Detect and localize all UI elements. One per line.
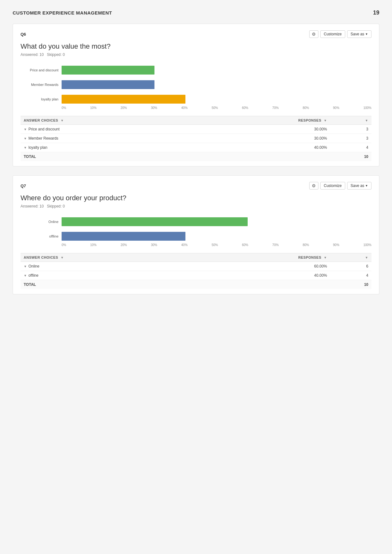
bar-fill — [62, 80, 154, 89]
question-meta-q6: Answered: 10 Skipped: 0 — [21, 52, 371, 57]
x-axis-label: 60% — [242, 106, 248, 110]
response-cell: 30.00% — [197, 125, 330, 134]
x-axis-label: 70% — [272, 106, 279, 110]
x-axis-label: 100% — [363, 106, 371, 110]
x-axis-label: 60% — [242, 243, 248, 247]
settings-icon-q6[interactable]: ⚙ — [309, 30, 318, 38]
answer-table-q7: ANSWER CHOICES ▼ RESPONSES ▼ ▼ ▼Online60… — [21, 253, 371, 289]
sort-icon-count-q7[interactable]: ▼ — [365, 256, 368, 259]
bar-label: Online — [24, 220, 62, 224]
x-axis-label: 80% — [303, 106, 309, 110]
question-card-q6: Q6 ⚙ Customize Save as ▼ What do you val… — [13, 24, 379, 166]
answer-cell: ▼loyalty plan — [21, 143, 197, 152]
answer-table-q6: ANSWER CHOICES ▼ RESPONSES ▼ ▼ ▼Price an… — [21, 116, 371, 161]
bar-row: loyalty plan — [24, 95, 371, 104]
response-cell: 30.00% — [197, 134, 330, 143]
total-count: 10 — [330, 152, 371, 161]
total-count: 10 — [330, 280, 371, 289]
row-arrow-icon: ▼ — [24, 146, 27, 149]
x-axis-label: 40% — [181, 106, 188, 110]
col-responses-q7: RESPONSES ▼ — [197, 253, 330, 262]
bar-chart-q7: Onlineoffline — [21, 217, 371, 241]
x-axis-label: 30% — [151, 243, 157, 247]
bar-chart-q6: Price and discountMember Rewardsloyalty … — [21, 66, 371, 104]
chevron-down-icon: ▼ — [365, 33, 368, 36]
x-axis-label: 20% — [121, 106, 127, 110]
answer-cell: ▼Price and discount — [21, 125, 197, 134]
bar-track — [62, 66, 371, 75]
count-cell: 4 — [330, 143, 371, 152]
row-arrow-icon: ▼ — [24, 128, 27, 131]
response-cell: 60.00% — [197, 262, 330, 271]
response-cell: 40.00% — [197, 271, 330, 280]
x-axis-label: 20% — [121, 243, 127, 247]
bar-fill — [62, 66, 154, 75]
table-row: ▼offline40.00%4 — [21, 271, 371, 280]
sort-icon-count-q6[interactable]: ▼ — [365, 119, 368, 122]
bar-fill — [62, 232, 185, 241]
total-label: TOTAL — [21, 152, 197, 161]
total-label: TOTAL — [21, 280, 197, 289]
x-axis-label: 50% — [212, 106, 218, 110]
x-axis-label: 10% — [90, 106, 97, 110]
bar-row: offline — [24, 232, 371, 241]
count-cell: 3 — [330, 134, 371, 143]
x-axis-label: 70% — [272, 243, 279, 247]
x-axis-q6: 0%10%20%30%40%50%60%70%80%90%100% — [21, 106, 371, 110]
bar-row: Price and discount — [24, 66, 371, 75]
bar-label: Price and discount — [24, 68, 62, 72]
bar-track — [62, 80, 371, 89]
x-axis-label: 90% — [333, 243, 339, 247]
x-axis-label: 30% — [151, 106, 157, 110]
save-button-q7[interactable]: Save as ▼ — [347, 182, 371, 190]
total-row: TOTAL10 — [21, 280, 371, 289]
table-row: ▼Online60.00%6 — [21, 262, 371, 271]
bar-fill — [62, 217, 248, 226]
total-row: TOTAL10 — [21, 152, 371, 161]
row-arrow-icon: ▼ — [24, 274, 27, 277]
customize-button-q6[interactable]: Customize — [320, 30, 345, 38]
bar-track — [62, 217, 371, 226]
question-text-q7: Where do you order your product? — [21, 194, 371, 202]
x-axis-label: 0% — [62, 243, 66, 247]
row-arrow-icon: ▼ — [24, 137, 27, 140]
bar-track — [62, 95, 371, 104]
chart-q6: Price and discountMember Rewardsloyalty … — [21, 63, 371, 113]
x-axis-label: 90% — [333, 106, 339, 110]
answer-cell: ▼offline — [21, 271, 197, 280]
chart-q7: Onlineoffline 0%10%20%30%40%50%60%70%80%… — [21, 214, 371, 250]
total-empty — [197, 280, 330, 289]
customize-button-q7[interactable]: Customize — [320, 182, 345, 190]
answer-cell: ▼Member Rewards — [21, 134, 197, 143]
sort-icon-resp-q7[interactable]: ▼ — [324, 256, 327, 259]
page-header: CUSTOMER EXPERIENCE MANAGEMENT 19 — [13, 9, 379, 16]
sort-icon-q6[interactable]: ▼ — [61, 119, 64, 122]
settings-icon-q7[interactable]: ⚙ — [309, 182, 318, 190]
chevron-down-icon-q7: ▼ — [365, 184, 368, 187]
bar-label: offline — [24, 234, 62, 238]
response-cell: 40.00% — [197, 143, 330, 152]
card-header-q7: Q7 ⚙ Customize Save as ▼ — [21, 182, 371, 190]
count-cell: 3 — [330, 125, 371, 134]
x-axis-labels-q7: 0%10%20%30%40%50%60%70%80%90%100% — [62, 243, 371, 247]
x-axis-label: 0% — [62, 106, 66, 110]
x-axis-label: 40% — [181, 243, 188, 247]
answer-cell: ▼Online — [21, 262, 197, 271]
sort-icon-q7[interactable]: ▼ — [61, 256, 64, 259]
table-row: ▼loyalty plan40.00%4 — [21, 143, 371, 152]
table-row: ▼Member Rewards30.00%3 — [21, 134, 371, 143]
sort-icon-resp-q6[interactable]: ▼ — [324, 119, 327, 122]
question-card-q7: Q7 ⚙ Customize Save as ▼ Where do you or… — [13, 175, 379, 294]
count-cell: 6 — [330, 262, 371, 271]
bar-row: Online — [24, 217, 371, 226]
save-button-q6[interactable]: Save as ▼ — [347, 30, 371, 38]
page-number: 19 — [373, 9, 379, 16]
bar-label: loyalty plan — [24, 97, 62, 101]
table-row: ▼Price and discount30.00%3 — [21, 125, 371, 134]
card-actions-q7: ⚙ Customize Save as ▼ — [309, 182, 371, 190]
question-meta-q7: Answered: 10 Skipped: 0 — [21, 204, 371, 208]
count-cell: 4 — [330, 271, 371, 280]
bar-fill — [62, 95, 185, 104]
col-answer-choices-q6: ANSWER CHOICES ▼ — [21, 116, 197, 125]
col-responses-q6: RESPONSES ▼ — [197, 116, 330, 125]
